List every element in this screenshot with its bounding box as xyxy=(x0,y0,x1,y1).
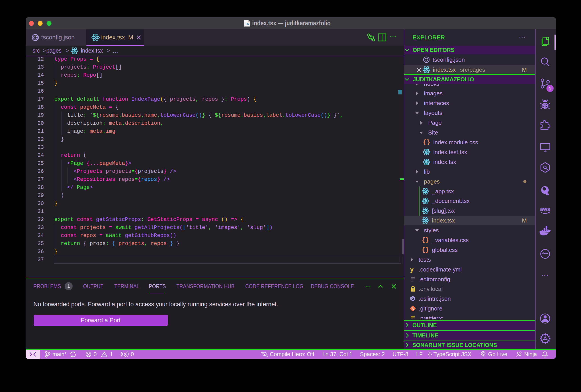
svg-text:TS: TS xyxy=(245,22,249,26)
svg-text:aws: aws xyxy=(540,206,550,212)
